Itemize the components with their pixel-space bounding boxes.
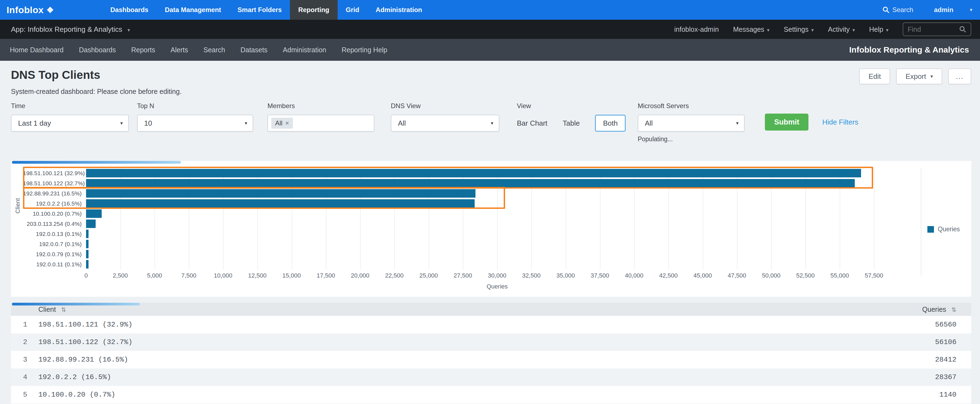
legend-swatch-queries [928, 226, 934, 233]
app-switcher[interactable]: App: Infoblox Reporting & Analytics ▾ [11, 25, 130, 34]
bar-track [86, 188, 908, 198]
appbar-link-help[interactable]: Help▾ [869, 25, 888, 33]
appbar-link-label: Help [869, 25, 883, 33]
bar-category-label: 198.51.100.122 (32.7%) [23, 178, 86, 188]
x-tick-label: 37,500 [590, 272, 609, 279]
top-nav-item-reporting[interactable]: Reporting [290, 0, 337, 20]
queries-column-label: Queries [922, 306, 946, 313]
appbar-link-messages[interactable]: Messages▾ [733, 25, 770, 33]
column-header-queries[interactable]: Queries ⇅ [922, 306, 971, 314]
nav-item-datasets[interactable]: Datasets [233, 46, 275, 54]
infoblox-logo[interactable]: Infoblox ❖ [0, 0, 59, 20]
nav-item-administration[interactable]: Administration [275, 46, 334, 54]
table-row-2[interactable]: 2198.51.100.122 (32.7%)56106 [11, 333, 971, 351]
chart-legend[interactable]: Queries [928, 225, 960, 233]
x-tick-label: 5,000 [147, 272, 162, 279]
nav-item-reporting-help[interactable]: Reporting Help [334, 46, 395, 54]
top-nav-item-grid[interactable]: Grid [337, 0, 368, 20]
infoblox-diamond-icon: ❖ [46, 5, 54, 15]
submit-label: Submit [774, 118, 799, 126]
chart-y-axis-title: Client [14, 198, 21, 214]
nav-item-dashboards[interactable]: Dashboards [71, 46, 124, 54]
nav-item-search[interactable]: Search [196, 46, 233, 54]
appbar-link-infoblox-admin[interactable]: infoblox-admin [674, 25, 719, 33]
row-queries: 56560 [935, 320, 971, 329]
msservers-dropdown[interactable]: All ▾ [638, 115, 745, 131]
appbar-link-settings[interactable]: Settings▾ [784, 25, 814, 33]
x-tick-label: 42,500 [659, 272, 678, 279]
x-tick-label: 17,500 [317, 272, 335, 279]
top-nav-item-data-management[interactable]: Data Management [156, 0, 229, 20]
table-hscrollbar[interactable] [12, 303, 140, 306]
bar-queries-192-0-0-79[interactable] [86, 250, 89, 258]
user-caret-icon[interactable]: ▾ [970, 7, 972, 13]
dnsview-dropdown[interactable]: All ▾ [391, 115, 499, 131]
bar-queries-10-100-0-20[interactable] [86, 209, 102, 218]
bar-queries-198-51-100-122[interactable] [86, 179, 855, 187]
bar-queries-192-0-0-7[interactable] [86, 240, 89, 248]
queries-sort-icon[interactable]: ⇅ [951, 306, 956, 313]
nav-item-home-dashboard[interactable]: Home Dashboard [2, 46, 71, 54]
topn-value: 10 [144, 119, 152, 128]
bar-category-label: 192.0.2.2 (16.5%) [23, 198, 86, 209]
table-row-5[interactable]: 510.100.0.20 (0.7%)1140 [11, 386, 971, 404]
time-caret-icon: ▾ [120, 120, 123, 126]
client-sort-icon[interactable]: ⇅ [61, 306, 66, 313]
table-row-1[interactable]: 1198.51.100.121 (32.9%)56560 [11, 316, 971, 333]
appbar-link-activity[interactable]: Activity▾ [828, 25, 855, 33]
user-menu[interactable]: admin [934, 6, 953, 14]
topn-dropdown[interactable]: 10 ▾ [137, 115, 253, 131]
row-rank: 4 [11, 373, 38, 381]
x-tick-label: 27,500 [453, 272, 472, 279]
dnsview-caret-icon: ▾ [491, 120, 493, 126]
view-option-bar-chart[interactable]: Bar Chart [517, 119, 547, 128]
app-bar: App: Infoblox Reporting & Analytics ▾ in… [0, 20, 980, 39]
top-nav-item-smart-folders[interactable]: Smart Folders [229, 0, 290, 20]
appbar-link-label: Messages [733, 25, 764, 33]
x-tick-label: 2,500 [113, 272, 128, 279]
table-panel: Client ⇅ Queries ⇅ 1198.51.100.121 (32.9… [11, 303, 971, 404]
more-button[interactable]: ... [948, 68, 971, 84]
time-dropdown[interactable]: Last 1 day ▾ [11, 115, 129, 131]
view-option-table[interactable]: Table [563, 119, 580, 128]
bar-queries-203-0-113-254[interactable] [86, 220, 95, 228]
chevron-down-icon: ▾ [852, 27, 855, 33]
members-input[interactable]: All × [267, 115, 374, 131]
view-option-both[interactable]: Both [595, 115, 626, 131]
export-button[interactable]: Export▾ [896, 68, 942, 84]
appbar-link-label: Settings [784, 25, 808, 33]
top-nav-item-administration[interactable]: Administration [368, 0, 430, 20]
bar-queries-198-51-100-121[interactable] [86, 169, 861, 177]
find-input[interactable] [908, 25, 959, 33]
find-box[interactable] [903, 22, 971, 36]
submit-button[interactable]: Submit [765, 114, 809, 131]
chart-right-divider [921, 168, 921, 276]
client-column-label: Client [38, 306, 56, 313]
edit-button[interactable]: Edit [859, 68, 890, 84]
bar-track [86, 178, 908, 188]
top-nav-item-dashboards[interactable]: Dashboards [102, 0, 157, 20]
global-search-button[interactable]: Search [883, 6, 913, 14]
table-row-3[interactable]: 3192.88.99.231 (16.5%)28412 [11, 351, 971, 368]
row-queries: 28412 [935, 356, 971, 364]
members-tag-all[interactable]: All × [271, 118, 293, 128]
column-header-client[interactable]: Client ⇅ [11, 306, 66, 314]
filter-msservers: Microsoft Servers All ▾ Populating... [638, 102, 745, 143]
nav-item-alerts[interactable]: Alerts [163, 46, 196, 54]
row-queries: 56106 [935, 338, 971, 346]
bar-queries-192-0-2-2[interactable] [86, 199, 475, 208]
appbar-link-label: infoblox-admin [674, 25, 719, 33]
nav-item-reports[interactable]: Reports [124, 46, 163, 54]
chart-bar-row: 192.88.99.231 (16.5%) [23, 188, 913, 198]
bar-queries-192-88-99-231[interactable] [86, 189, 476, 198]
bar-track [86, 168, 908, 178]
members-tag-remove-icon[interactable]: × [285, 119, 289, 127]
row-queries: 1140 [939, 391, 971, 399]
page-head-text: DNS Top Clients System-created dashboard… [11, 68, 182, 95]
bar-queries-192-0-0-13[interactable] [86, 230, 89, 238]
hide-filters-link[interactable]: Hide Filters [822, 118, 858, 127]
top-nav: DashboardsData ManagementSmart FoldersRe… [102, 0, 431, 20]
bar-queries-192-0-0-11[interactable] [86, 260, 89, 269]
table-row-4[interactable]: 4192.0.2.2 (16.5%)28367 [11, 368, 971, 386]
chart-bar-row: 203.0.113.254 (0.4%) [23, 219, 913, 229]
